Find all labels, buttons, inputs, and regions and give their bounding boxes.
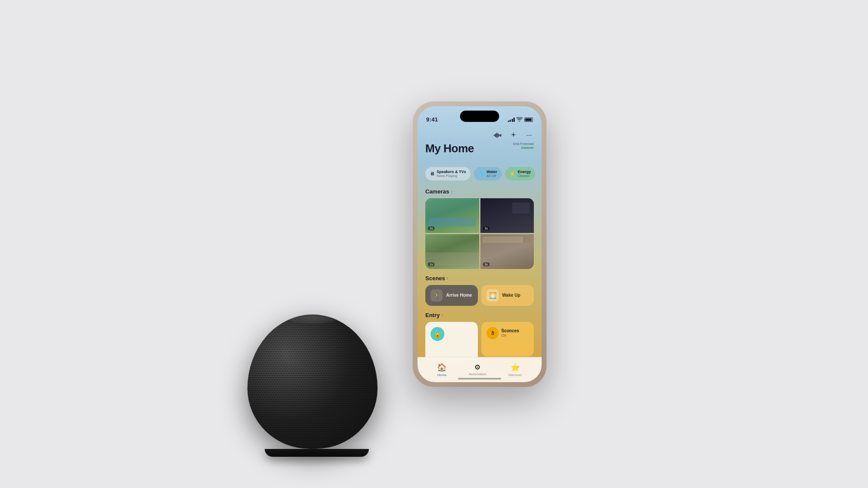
sconces-info: Sconces On [501, 328, 519, 337]
speakers-text: Speakers & TVs None Playing [437, 170, 466, 178]
sconces-status: On [501, 333, 519, 337]
automation-tab-icon: ⚙ [474, 363, 480, 371]
camera-badge-living: 3s [483, 262, 490, 266]
svg-rect-2 [496, 133, 497, 138]
camera-pool[interactable]: 2s [425, 198, 479, 233]
camera-driveway[interactable]: 1s [425, 234, 479, 269]
grid-forecast-value: Cleaner [521, 146, 534, 150]
energy-text: Energy Cleaner [518, 170, 531, 178]
energy-sub: Cleaner [518, 174, 531, 178]
wakeup-icon: 🌅 [487, 289, 499, 301]
camera-badge-driveway: 1s [428, 262, 434, 266]
camera-living[interactable]: 3s [480, 234, 534, 269]
water-text: Water All Off [487, 170, 497, 178]
svg-rect-4 [499, 134, 500, 136]
speakers-pill[interactable]: 🖥 Speakers & TVs None Playing [425, 167, 470, 180]
homepod-device [247, 314, 386, 462]
cameras-chevron: › [451, 189, 452, 194]
svg-rect-0 [494, 134, 495, 136]
svg-rect-3 [498, 134, 499, 137]
speakers-title: Speakers & TVs [437, 170, 466, 174]
cameras-section-header: Cameras › [425, 188, 534, 195]
app-header: + ··· My Home Grid Forecast Cleaner [418, 128, 542, 159]
homepod-body [247, 314, 378, 449]
home-title-row: My Home Grid Forecast Cleaner [425, 142, 534, 155]
energy-icon: ⚡ [510, 171, 516, 177]
speakers-sub: None Playing [437, 174, 466, 178]
signal-bar-4 [513, 118, 515, 122]
signal-bar-3 [512, 119, 513, 122]
scenes-section-header: Scenes › [425, 275, 534, 282]
entry-section-header: Entry › [425, 312, 534, 318]
grid-forecast: Grid Forecast Cleaner [513, 142, 534, 150]
arrive-icon: 🚶 [431, 289, 443, 301]
camera-grid: 2s 3s 1s [425, 198, 534, 269]
signal-bar-1 [508, 121, 509, 122]
grid-forecast-label: Grid Forecast [513, 142, 534, 146]
sconces-icon: 🕯 [487, 327, 499, 339]
status-icons [508, 117, 533, 122]
home-tab-label: Home [437, 373, 447, 377]
wifi-icon [516, 117, 523, 122]
entry-chevron: › [441, 313, 443, 318]
dynamic-island [460, 111, 499, 122]
cameras-title: Cameras [425, 188, 449, 195]
discover-tab-label: Discover [508, 373, 522, 377]
camera-badge-pool: 2s [428, 226, 434, 230]
energy-pill[interactable]: ⚡ Energy Cleaner [505, 167, 536, 180]
homepod-base [265, 449, 369, 457]
arrive-label: Arrive Home [446, 293, 472, 298]
scenes-chevron: › [447, 276, 448, 281]
signal-bar-2 [510, 120, 511, 122]
svg-rect-5 [500, 134, 501, 137]
camera-badge-bedroom: 3s [483, 226, 490, 230]
water-icon: 💧 [478, 171, 484, 177]
scenes-row: 🚶 Arrive Home 🌅 Wake Up [425, 285, 534, 306]
sconces-name: Sconces [501, 328, 519, 333]
energy-title: Energy [518, 170, 531, 174]
voice-button[interactable] [493, 131, 503, 140]
battery-icon [524, 118, 533, 122]
home-tab-icon: 🏠 [437, 363, 447, 372]
water-pill[interactable]: 💧 Water All Off [474, 167, 502, 180]
automation-tab-label: Automation [469, 372, 486, 376]
tab-bar: 🏠 Home ⚙ Automation ⭐ Discover [418, 357, 542, 382]
scene-arrive-home[interactable]: 🚶 Arrive Home [425, 285, 478, 306]
battery-fill [525, 118, 532, 121]
tab-discover[interactable]: ⭐ Discover [508, 363, 522, 377]
signal-bars [508, 118, 515, 122]
water-title: Water [487, 170, 497, 174]
speakers-icon: 🖥 [430, 171, 434, 176]
device-front-door[interactable]: 🔓 Front Door [425, 322, 478, 358]
front-door-icon: 🔓 [431, 327, 444, 341]
homepod-mesh [247, 314, 378, 449]
more-button[interactable]: ··· [524, 131, 534, 140]
water-sub: All Off [487, 174, 497, 178]
wakeup-label: Wake Up [502, 293, 520, 298]
scroll-content: Cameras › 2s 3s [418, 182, 542, 358]
status-time: 9:41 [426, 116, 438, 123]
scene-wake-up[interactable]: 🌅 Wake Up [481, 285, 534, 306]
header-icons: + ··· [425, 131, 534, 140]
tab-home[interactable]: 🏠 Home [437, 363, 447, 377]
scenes-title: Scenes [425, 275, 445, 282]
iphone-device: 9:41 [412, 101, 547, 387]
camera-bedroom[interactable]: 3s [480, 198, 534, 233]
tab-automation[interactable]: ⚙ Automation [469, 363, 486, 376]
add-button[interactable]: + [509, 131, 518, 140]
device-sconces[interactable]: 🕯 Sconces On [481, 322, 534, 357]
discover-tab-icon: ⭐ [510, 363, 520, 372]
content-wrapper: 9:41 [0, 0, 868, 488]
svg-rect-1 [495, 134, 496, 137]
entry-grid: 🔓 Front Door 🕯 Sconces On [425, 322, 534, 358]
iphone-screen: 9:41 [418, 106, 542, 382]
home-title: My Home [425, 142, 474, 155]
quick-controls: 🖥 Speakers & TVs None Playing 💧 Water Al… [418, 167, 542, 180]
home-indicator [458, 378, 501, 380]
entry-title: Entry [425, 312, 440, 318]
